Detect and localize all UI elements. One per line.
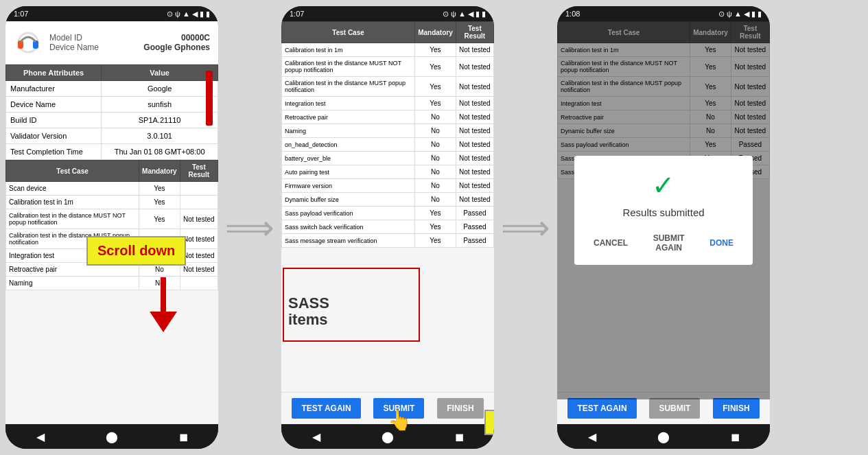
test-row: Scan deviceYes <box>6 182 218 196</box>
home-icon-p3[interactable]: ⬤ <box>657 430 670 443</box>
phone3-time: 1:08 <box>565 10 580 18</box>
test-row: Calibration test in the distance MUST po… <box>282 77 494 97</box>
dialog-done-btn[interactable]: DONE <box>701 229 742 257</box>
device-name-label: Device Name <box>49 43 99 52</box>
phone1: 1:07 ⊙ ψ ▲ ◀ ▮ ▮ Model ID 00000C <box>5 6 218 449</box>
phone1-status-bar: 1:07 ⊙ ψ ▲ ◀ ▮ ▮ <box>5 6 218 21</box>
cursor-icon: 👆 <box>388 409 412 432</box>
results-dialog-overlay: ✓ Results submitted CANCEL SUBMIT AGAIN … <box>557 21 770 399</box>
dialog-buttons: CANCEL SUBMIT AGAIN DONE <box>585 229 742 257</box>
test-col3: Test Result <box>180 161 218 182</box>
finish-btn-p2[interactable]: FINISH <box>437 398 483 419</box>
phone1-time: 1:07 <box>14 10 28 18</box>
back-icon-p3[interactable]: ◀ <box>588 430 596 443</box>
test-row-sass2: Sass switch back verificationYesPassed <box>282 220 494 234</box>
finish-btn-p3[interactable]: FINISH <box>713 398 759 419</box>
test-row-sass1: Sass payload verificationYesPassed <box>282 207 494 220</box>
test-row: Auto pairing testNoNot tested <box>282 165 494 179</box>
attr-table: Phone Attributes Value ManufacturerGoogl… <box>5 65 218 160</box>
dialog-cancel-btn[interactable]: CANCEL <box>585 229 636 257</box>
check-icon: ✓ <box>585 170 742 201</box>
submit-btn-p3[interactable]: SUBMIT <box>649 398 700 419</box>
phone2-time: 1:07 <box>290 10 304 18</box>
attr-col2: Value <box>102 65 218 81</box>
back-icon-p2[interactable]: ◀ <box>312 430 320 443</box>
arrow-right-1: ⟹ <box>225 208 274 248</box>
home-icon[interactable]: ⬤ <box>106 430 118 443</box>
attr-row-completion: Test Completion TimeThu Jan 01 08 GMT+08… <box>6 144 218 160</box>
test-row: Integration testYesNot tested <box>282 97 494 110</box>
phone1-nav-bar: ◀ ⬤ ◼ <box>5 424 218 449</box>
test-row: Firmware versionNoNot tested <box>282 179 494 193</box>
attr-row-buildid: Build IDSP1A.21110 <box>6 113 218 128</box>
recents-icon[interactable]: ◼ <box>179 430 188 443</box>
test-col2: Mandatory <box>139 161 180 182</box>
attr-row-validator: Validator Version3.0.101 <box>6 128 218 144</box>
test-row-sass3: Sass message stream verificationYesPasse… <box>282 234 494 248</box>
test-row: Calibration test in the distance MUST NO… <box>282 57 494 77</box>
red-arrow-svg <box>150 277 177 332</box>
phone1-icons: ⊙ ψ ▲ ◀ ▮ ▮ <box>167 10 210 19</box>
dialog-title: Results submitted <box>585 207 742 218</box>
phone3-status-bar: 1:08 ⊙ ψ ▲ ◀ ▮ ▮ <box>557 6 770 21</box>
recents-icon-p3[interactable]: ◼ <box>731 430 740 443</box>
svg-marker-4 <box>150 312 177 332</box>
arrow-right-2: ⟹ <box>501 208 550 248</box>
attr-row-manufacturer: ManufacturerGoogle <box>6 81 218 97</box>
test-row: Retroactive pairNoNot tested <box>282 110 494 124</box>
device-header: Model ID 00000C Device Name Google Gphon… <box>5 21 218 65</box>
headphone-icon <box>14 28 43 57</box>
submit-annotation: submit <box>484 410 494 435</box>
test-row: on_head_detectionNoNot tested <box>282 138 494 152</box>
phone3: 1:08 ⊙ ψ ▲ ◀ ▮ ▮ Test Case Mandatory Tes… <box>557 6 770 449</box>
test-again-btn-p2[interactable]: TEST AGAIN <box>292 398 360 419</box>
phone2: 1:07 ⊙ ψ ▲ ◀ ▮ ▮ Test Case Mandatory Tes… <box>281 6 494 449</box>
results-dialog: ✓ Results submitted CANCEL SUBMIT AGAIN … <box>574 156 753 265</box>
scroll-indicator <box>206 71 213 126</box>
back-icon[interactable]: ◀ <box>36 430 45 443</box>
attr-row-devicename: Device Namesunfish <box>6 97 218 113</box>
phone2-icons: ⊙ ψ ▲ ◀ ▮ ▮ <box>443 10 486 19</box>
model-value: 00000C <box>181 33 210 43</box>
test-row: Calibration test in 1mYes <box>6 196 218 209</box>
test-col1: Test Case <box>6 161 139 182</box>
test-row: Calibration test in the distance MUST NO… <box>6 209 218 229</box>
test-row: battery_over_bleNoNot tested <box>282 152 494 165</box>
red-down-arrow <box>150 277 177 335</box>
sass-annotation: SASSitems <box>288 295 329 328</box>
test-row: Dynamic buffer sizeNoNot tested <box>282 193 494 207</box>
dialog-submit-again-btn[interactable]: SUBMIT AGAIN <box>642 229 696 257</box>
device-info: Model ID 00000C Device Name Google Gphon… <box>49 33 210 52</box>
test-row: NamingNoNot tested <box>282 124 494 138</box>
test-row: NamingNo <box>6 277 218 290</box>
phone3-icons: ⊙ ψ ▲ ◀ ▮ ▮ <box>718 10 762 19</box>
test-table-p2: Test Case Mandatory Test Result Calibrat… <box>281 21 494 248</box>
phone3-nav-bar: ◀ ⬤ ◼ <box>557 424 770 449</box>
recents-icon-p2[interactable]: ◼ <box>455 430 464 443</box>
phone2-status-bar: 1:07 ⊙ ψ ▲ ◀ ▮ ▮ <box>281 6 494 21</box>
test-table-p1: Test Case Mandatory Test Result Scan dev… <box>5 160 218 290</box>
attr-col1: Phone Attributes <box>6 65 102 81</box>
test-again-btn-p3[interactable]: TEST AGAIN <box>567 398 636 419</box>
test-row: Calibration test in 1mYesNot tested <box>282 43 494 57</box>
scroll-down-annotation: Scroll down <box>86 236 186 266</box>
device-name-value: Google Gphones <box>143 43 210 52</box>
home-icon-p2[interactable]: ⬤ <box>382 430 394 443</box>
model-label: Model ID <box>49 33 82 43</box>
